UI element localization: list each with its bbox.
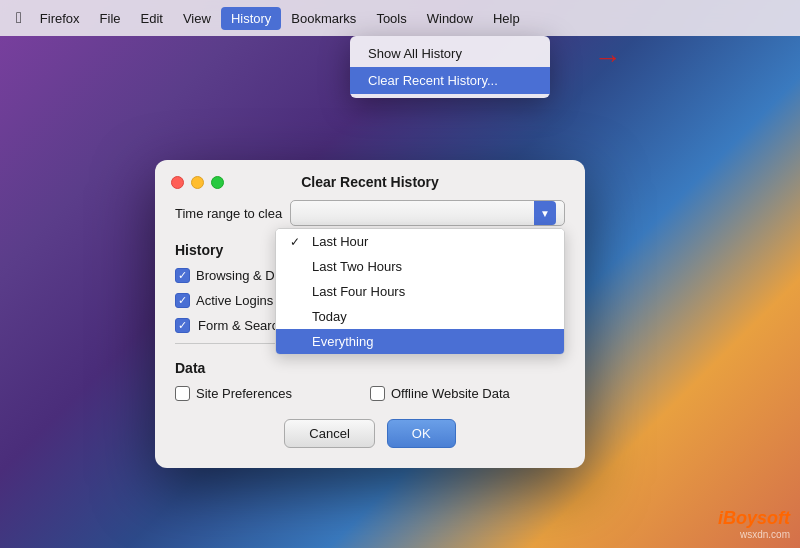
option-label: Last Two Hours bbox=[312, 259, 402, 274]
clear-recent-history-item[interactable]: Clear Recent History... bbox=[350, 67, 550, 94]
close-button[interactable] bbox=[171, 176, 184, 189]
offline-data-checkbox[interactable] bbox=[370, 386, 385, 401]
dropdown-arrow-icon[interactable]: ▼ bbox=[534, 201, 556, 225]
dialog-body: Time range to clea ▼ ✓ Last Hour Last Tw… bbox=[155, 200, 585, 401]
menu-view[interactable]: View bbox=[173, 7, 221, 30]
data-checkboxes-row: Site Preferences Offline Website Data bbox=[175, 386, 565, 401]
minimize-button[interactable] bbox=[191, 176, 204, 189]
option-label: Today bbox=[312, 309, 347, 324]
menu-tools[interactable]: Tools bbox=[366, 7, 416, 30]
option-last-four-hours[interactable]: Last Four Hours bbox=[276, 279, 564, 304]
option-label: Last Hour bbox=[312, 234, 368, 249]
data-section-title: Data bbox=[175, 360, 565, 376]
ok-button[interactable]: OK bbox=[387, 419, 456, 448]
dialog-title: Clear Recent History bbox=[171, 174, 569, 190]
menu-file[interactable]: File bbox=[90, 7, 131, 30]
offline-data-label: Offline Website Data bbox=[391, 386, 510, 401]
option-last-two-hours[interactable]: Last Two Hours bbox=[276, 254, 564, 279]
option-label: Everything bbox=[312, 334, 373, 349]
maximize-button[interactable] bbox=[211, 176, 224, 189]
menu-window[interactable]: Window bbox=[417, 7, 483, 30]
watermark: iBoysoft wsxdn.com bbox=[718, 508, 790, 540]
site-prefs-label: Site Preferences bbox=[196, 386, 292, 401]
menu-edit[interactable]: Edit bbox=[131, 7, 173, 30]
watermark-sub: wsxdn.com bbox=[718, 529, 790, 540]
option-label: Last Four Hours bbox=[312, 284, 405, 299]
red-arrow-indicator: ← bbox=[594, 42, 622, 74]
time-range-row: Time range to clea ▼ ✓ Last Hour Last Tw… bbox=[175, 200, 565, 226]
clear-history-dialog: Clear Recent History Time range to clea … bbox=[155, 160, 585, 468]
site-prefs-checkbox[interactable] bbox=[175, 386, 190, 401]
show-all-history-item[interactable]: Show All History bbox=[350, 40, 550, 67]
form-search-checkbox[interactable]: ✓ bbox=[175, 318, 190, 333]
option-everything[interactable]: Everything bbox=[276, 329, 564, 354]
option-today[interactable]: Today bbox=[276, 304, 564, 329]
menu-history[interactable]: History bbox=[221, 7, 281, 30]
check-icon: ✓ bbox=[290, 235, 304, 249]
menu-help[interactable]: Help bbox=[483, 7, 530, 30]
history-dropdown-menu: Show All History Clear Recent History... bbox=[350, 36, 550, 98]
cancel-button[interactable]: Cancel bbox=[284, 419, 374, 448]
offline-data-group: Offline Website Data bbox=[370, 386, 565, 401]
active-logins-label: Active Logins bbox=[196, 293, 273, 308]
menu-firefox[interactable]: Firefox bbox=[30, 7, 90, 30]
site-prefs-group: Site Preferences bbox=[175, 386, 370, 401]
menu-bookmarks[interactable]: Bookmarks bbox=[281, 7, 366, 30]
dialog-titlebar: Clear Recent History bbox=[155, 160, 585, 200]
browsing-label: Browsing & D bbox=[196, 268, 275, 283]
active-logins-checkbox[interactable]: ✓ bbox=[175, 293, 190, 308]
time-range-options: ✓ Last Hour Last Two Hours Last Four Hou… bbox=[275, 228, 565, 355]
option-last-hour[interactable]: ✓ Last Hour bbox=[276, 229, 564, 254]
menubar:  Firefox File Edit View History Bookmar… bbox=[0, 0, 800, 36]
dialog-buttons: Cancel OK bbox=[155, 419, 585, 448]
time-range-label: Time range to clea bbox=[175, 206, 282, 221]
time-range-dropdown[interactable]: ▼ bbox=[290, 200, 565, 226]
browsing-checkbox[interactable]: ✓ bbox=[175, 268, 190, 283]
apple-menu[interactable]:  bbox=[8, 5, 30, 31]
traffic-lights bbox=[171, 176, 224, 189]
brand-text: iBoysoft bbox=[718, 508, 790, 529]
